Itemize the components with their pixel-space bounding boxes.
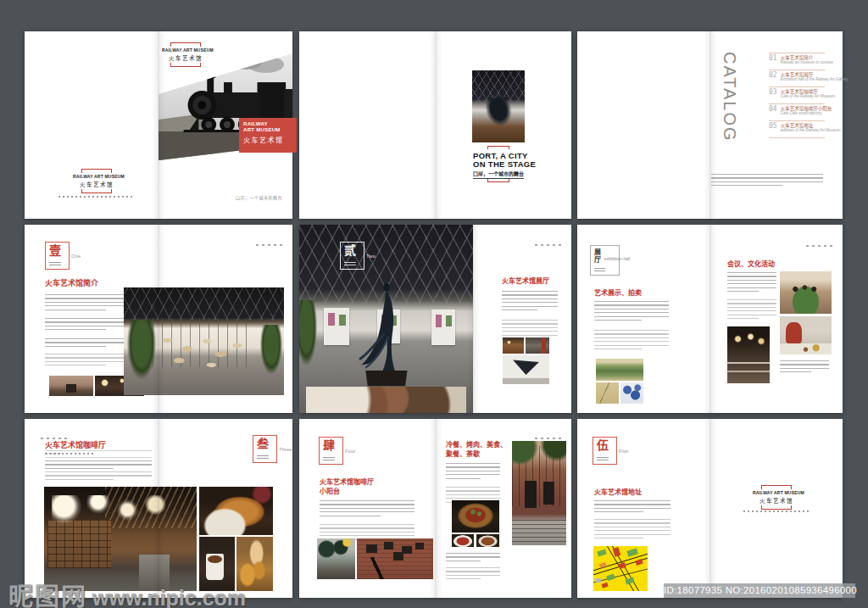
back-cover-logo: RAILWAY ART MUSEUM 火车艺术馆 bbox=[73, 169, 120, 193]
spread-cover: RAILWAY ART MUSEUM 火车艺术馆 RAILWAY ART MUS… bbox=[25, 31, 292, 219]
body-paragraph-cn bbox=[594, 500, 670, 514]
photo-cafe-interior-large bbox=[44, 487, 197, 591]
chapter-box-subtext bbox=[597, 457, 609, 461]
chapter-number-zh: 伍 bbox=[597, 438, 609, 452]
section-heading-right-line2: 聚餐、茶歇 bbox=[446, 449, 480, 458]
chapter-three-box: 叁 Three bbox=[253, 435, 277, 463]
paper-lanterns bbox=[52, 495, 174, 532]
photo-hotpot bbox=[452, 500, 499, 533]
menu-tags bbox=[45, 453, 94, 455]
plant-right bbox=[260, 325, 282, 373]
body-paragraph-en bbox=[594, 519, 670, 540]
chapter-box-subtext bbox=[257, 455, 269, 460]
logo-bracket-top bbox=[761, 485, 792, 489]
photo-dish-red bbox=[452, 534, 474, 547]
hall-label-en: exhibition hall bbox=[604, 256, 630, 261]
back-page-logo: RAILWAY ART MUSEUM 火车艺术馆 bbox=[753, 485, 800, 510]
spread-four-balcony: 肆 Four 火车艺术馆咖啡厅 小阳台 冷餐、烤肉、美食、 聚餐、茶歇 bbox=[299, 419, 571, 598]
logo-name-en: RAILWAY ART MUSEUM bbox=[73, 174, 120, 179]
spread-five-address: 伍 Five 火车艺术馆地址 bbox=[577, 419, 843, 598]
chapter-box-subtext bbox=[323, 457, 335, 461]
catalog-item: 03 火车艺术馆咖啡厅 Cafe of the Railway Art Muse… bbox=[769, 86, 825, 103]
photo-gallery-hanging-fish bbox=[124, 287, 284, 395]
plant-left bbox=[299, 300, 317, 366]
chapter-number-zh: 肆 bbox=[323, 438, 335, 452]
page-indicator-dots bbox=[253, 234, 282, 249]
chapter-two-box: 贰 Two bbox=[340, 242, 364, 270]
catalog-item-title-en: address of the Railway Art Museum bbox=[781, 128, 841, 132]
photo-painting-scroll bbox=[596, 382, 619, 404]
stones bbox=[306, 387, 466, 413]
photo-building-entrance bbox=[512, 441, 566, 545]
body-paragraph-cn bbox=[320, 500, 415, 518]
photo-museum-exterior bbox=[49, 376, 93, 396]
chapter-five-box: 伍 Five bbox=[593, 437, 617, 465]
divider-rule bbox=[45, 457, 152, 458]
back-cover-tagline bbox=[58, 196, 135, 198]
photo-triangle-artwork bbox=[503, 355, 549, 384]
photo-painting-landscape bbox=[596, 359, 643, 381]
catalog-item: 01 火车艺术馆简介 Railway art museum in concise bbox=[769, 53, 825, 70]
chapter-box-subtext bbox=[49, 262, 61, 266]
body-paragraph-cn bbox=[446, 463, 500, 481]
hall-label-zh: 展 厅 bbox=[594, 248, 601, 264]
divider-rule bbox=[45, 450, 152, 451]
chapter-four-box: 肆 Four bbox=[319, 437, 343, 465]
page-indicator-dots bbox=[531, 234, 561, 249]
design-preview-canvas: RAILWAY ART MUSEUM 火车艺术馆 RAILWAY ART MUS… bbox=[0, 0, 868, 608]
photo-restaurant bbox=[727, 326, 770, 383]
cover-caption: 口岸，一个城市的舞台 bbox=[236, 194, 282, 200]
section-heading: 火车艺术馆咖啡厅 bbox=[45, 439, 106, 450]
body-paragraph-cn bbox=[727, 272, 776, 293]
body-paragraph-en bbox=[45, 471, 152, 482]
hall-label-box: 展 厅 exhibition hall bbox=[590, 245, 620, 276]
photo-patio-umbrellas bbox=[317, 538, 355, 579]
section-heading-right: 会议、文化活动 bbox=[727, 259, 775, 268]
spread-one-intro: 壹 One 火车艺术馆简介 bbox=[25, 225, 292, 413]
spread-exhibition-activities: 展 厅 exhibition hall 艺术展示、拍卖 会议、文化活动 bbox=[577, 225, 843, 413]
port-subtitle: 口岸，一个城市的舞台 bbox=[473, 170, 524, 179]
hall-box-subtext bbox=[594, 268, 605, 272]
chapter-number-en: One bbox=[71, 254, 81, 259]
catalog-item-number: 04 bbox=[769, 106, 777, 113]
photo-dish-brown bbox=[476, 534, 499, 547]
caption-paragraph-cn bbox=[780, 360, 829, 374]
chapter-number-zh: 壹 bbox=[49, 243, 61, 257]
logo-bracket-bottom bbox=[761, 505, 792, 510]
gallery-panel bbox=[324, 308, 350, 345]
body-paragraph-en bbox=[727, 299, 776, 321]
catalog-title: CATALOG bbox=[720, 52, 739, 145]
section-heading: 火车艺术馆地址 bbox=[594, 487, 642, 496]
section-heading: 火车艺术馆展厅 bbox=[502, 276, 549, 285]
catalog-item: 02 火车艺术馆展厅 Exhibition hall of the Railwa… bbox=[769, 70, 825, 86]
photo-meeting bbox=[780, 271, 832, 314]
catalog-item-number: 01 bbox=[769, 55, 777, 62]
spread-catalog: CATALOG 01 火车艺术馆简介 Railway art museum in… bbox=[577, 31, 843, 219]
catalog-item: 05 火车艺术馆地址 address of the Railway Art Mu… bbox=[769, 120, 825, 137]
cover-title-en-1: RAILWAY bbox=[243, 121, 297, 127]
body-paragraph-cn bbox=[594, 301, 669, 322]
port-title-line2: ON THE STAGE bbox=[473, 159, 536, 169]
logo-bracket-bottom bbox=[170, 63, 201, 67]
caption-paragraph-en bbox=[446, 567, 500, 581]
chapter-one-box: 壹 One bbox=[45, 242, 70, 270]
chapter-box-subtext bbox=[344, 262, 356, 266]
port-museum-photo bbox=[472, 70, 525, 142]
photo-gallery-banner bbox=[526, 337, 549, 354]
body-paragraph-cn bbox=[45, 460, 152, 469]
logo-bracket-bottom bbox=[81, 189, 112, 193]
photo-porcelain-art bbox=[620, 382, 643, 404]
body-paragraph-en bbox=[594, 330, 669, 351]
port-bracket-top bbox=[487, 146, 509, 149]
catalog-item-number: 02 bbox=[769, 72, 777, 79]
catalog-item-title-en: Cafe Cafe small balcony bbox=[781, 111, 832, 115]
catalog-item: 04 火车艺术馆咖啡厅小阳台 Cafe Cafe small balcony bbox=[769, 103, 825, 120]
catalog-item-number: 03 bbox=[769, 89, 777, 96]
page-indicator-dots bbox=[803, 235, 832, 250]
chapter-number-en: Two bbox=[366, 254, 376, 259]
plant-left bbox=[127, 320, 156, 379]
section-heading-right-line1: 冷餐、烤肉、美食、 bbox=[446, 439, 507, 449]
photo-gallery-warm bbox=[503, 337, 524, 354]
nipic-watermark: 昵图网www.nipic.com bbox=[8, 577, 246, 608]
fish-mobiles bbox=[156, 328, 249, 371]
